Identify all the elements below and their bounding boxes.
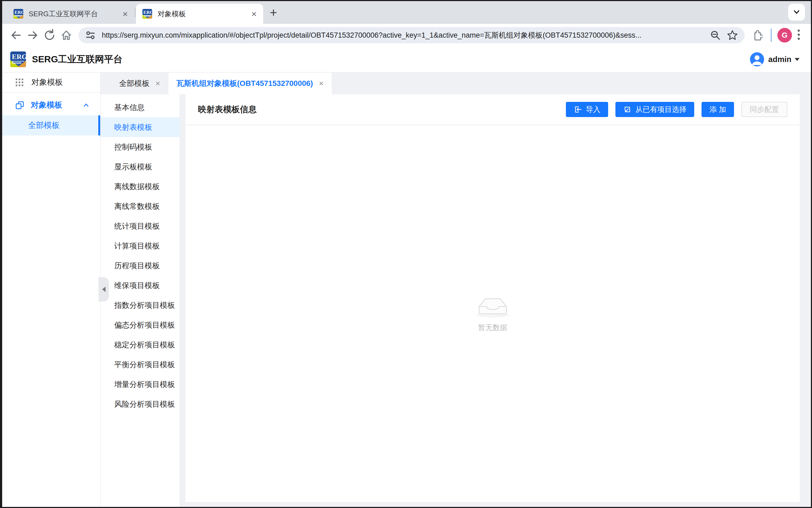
browser-tab-2-active[interactable]: ERG Sample 对象模板 ×: [136, 4, 263, 24]
close-tab-icon[interactable]: ×: [123, 9, 128, 18]
sidebar-group-label: 对象模板: [31, 100, 76, 111]
sidebar-divider: [2, 92, 100, 93]
app-title: SERG工业互联网平台: [32, 53, 123, 66]
user-icon: [750, 52, 764, 67]
menu-item-statistics-item-template[interactable]: 统计项目模板: [101, 216, 180, 236]
select-from-project-button[interactable]: 从已有项目选择: [615, 102, 694, 117]
menu-item-balance-analysis-item-template[interactable]: 平衡分析项目模板: [101, 355, 180, 374]
grid-apps-icon: [15, 78, 24, 87]
forward-button[interactable]: [25, 27, 41, 44]
site-settings-icon[interactable]: [85, 30, 96, 41]
browser-tab-title: SERG工业互联网平台: [29, 9, 117, 19]
menu-item-control-code-template[interactable]: 控制码模板: [101, 137, 180, 157]
favicon-erg: ERG Sample: [13, 9, 23, 19]
menu-item-skewness-analysis-item-template[interactable]: 偏态分析项目模板: [101, 315, 180, 335]
menu-item-mapping-table-template[interactable]: 映射表模板: [101, 117, 180, 137]
collapse-left-arrow-icon: [102, 287, 106, 292]
favicon-erg: ERG Sample: [142, 9, 152, 19]
empty-state-text: 暂无数据: [478, 323, 508, 332]
sync-config-label: 同步配置: [750, 104, 779, 114]
add-button[interactable]: 添 加: [702, 102, 734, 117]
close-tab-icon[interactable]: ×: [251, 9, 257, 18]
close-tab-icon[interactable]: ×: [319, 79, 324, 87]
import-button[interactable]: 导入: [566, 102, 608, 117]
empty-box-icon: [474, 295, 511, 319]
workspace-tab-all-templates[interactable]: 全部模板 ×: [111, 73, 169, 94]
forward-arrow-icon: [27, 29, 39, 41]
sidebar-app-switcher[interactable]: 对象模板: [2, 73, 100, 92]
app-logo: ERG Sample: [10, 51, 26, 67]
browser-profile-avatar[interactable]: G: [777, 28, 792, 43]
workspace-tab-label: 瓦斯机组对象模板(OBT4571532700006): [177, 78, 313, 89]
sidebar-collapse-handle[interactable]: [99, 277, 109, 302]
mapping-template-card: 映射表模板信息 导入: [186, 94, 800, 502]
reload-icon: [43, 29, 56, 41]
card-header: 映射表模板信息 导入: [186, 94, 800, 125]
menu-item-offline-data-template[interactable]: 离线数据模板: [101, 177, 180, 197]
extensions-button[interactable]: [748, 27, 765, 44]
chevron-up-icon: [82, 101, 90, 109]
content-area: 全部模板 × 瓦斯机组对象模板(OBT4571532700006) × 基本信息…: [101, 73, 811, 507]
zoom-out-icon[interactable]: [710, 30, 721, 41]
puzzle-icon: [751, 30, 762, 41]
menu-item-risk-analysis-item-template[interactable]: 风险分析项目模板: [101, 394, 180, 414]
new-tab-button[interactable]: +: [265, 4, 282, 20]
tab-separator: [135, 8, 135, 17]
add-button-label: 添 加: [709, 104, 726, 114]
browser-tab-strip: ERG Sample SERG工业互联网平台 × ERG Sample 对象模板…: [2, 1, 811, 24]
detail-menu-panel: 基本信息 映射表模板 控制码模板 显示板模板 离线数据模板 离线常数模板 统计项…: [101, 94, 180, 507]
sidebar-item-all-templates[interactable]: 全部模板: [2, 116, 100, 135]
main-layout: 对象模板 对象模板 全部模板 全部模板 ×: [2, 73, 811, 507]
select-icon: [623, 105, 631, 114]
user-menu-caret-icon[interactable]: [795, 58, 800, 61]
menu-item-offline-constant-template[interactable]: 离线常数模板: [101, 197, 180, 216]
sidebar-app-label: 对象模板: [32, 77, 63, 88]
reload-button[interactable]: [41, 27, 58, 44]
menu-item-increment-analysis-item-template[interactable]: 增量分析项目模板: [101, 374, 180, 394]
browser-toolbar: https://serg.mixyun.com/mixapplication/#…: [2, 24, 811, 47]
card-actions: 导入 从已有项目选择 添 加: [566, 102, 787, 117]
username[interactable]: admin: [768, 55, 792, 64]
home-button[interactable]: [58, 27, 75, 44]
sidebar: 对象模板 对象模板 全部模板: [2, 73, 101, 507]
back-button[interactable]: [8, 27, 25, 44]
browser-tab-1[interactable]: ERG Sample SERG工业互联网平台 ×: [7, 4, 134, 24]
workspace-body: 基本信息 映射表模板 控制码模板 显示板模板 离线数据模板 离线常数模板 统计项…: [101, 94, 811, 507]
menu-item-calculation-item-template[interactable]: 计算项目模板: [101, 236, 180, 256]
workspace-tab-gas-unit-template[interactable]: 瓦斯机组对象模板(OBT4571532700006) ×: [169, 73, 332, 94]
back-arrow-icon: [10, 29, 22, 41]
browser-window: ERG Sample SERG工业互联网平台 × ERG Sample 对象模板…: [0, 0, 812, 508]
close-tab-icon[interactable]: ×: [155, 79, 160, 87]
bookmark-star-icon[interactable]: [727, 30, 738, 41]
browser-menu-button[interactable]: [797, 29, 801, 42]
select-from-project-label: 从已有项目选择: [635, 104, 686, 114]
chevron-down-icon: [792, 7, 802, 17]
import-button-label: 导入: [586, 104, 600, 114]
browser-tab-title: 对象模板: [157, 9, 246, 19]
menu-item-index-analysis-item-template[interactable]: 指数分析项目模板: [101, 295, 180, 315]
home-icon: [60, 29, 73, 41]
app-header: ERG Sample SERG工业互联网平台 admin: [2, 47, 811, 73]
workspace-tab-label: 全部模板: [119, 78, 149, 89]
menu-item-history-item-template[interactable]: 历程项目模板: [101, 256, 180, 276]
tab-search-button[interactable]: [788, 4, 805, 20]
menu-item-display-board-template[interactable]: 显示板模板: [101, 157, 180, 177]
workspace-tab-bar: 全部模板 × 瓦斯机组对象模板(OBT4571532700006) ×: [101, 73, 811, 94]
template-blocks-icon: [15, 100, 25, 110]
import-icon: [574, 105, 582, 114]
user-avatar[interactable]: [750, 52, 764, 67]
card-title: 映射表模板信息: [198, 104, 257, 115]
url-bar[interactable]: https://serg.mixyun.com/mixapplication/#…: [79, 27, 745, 43]
toolbar-divider: [771, 29, 772, 42]
url-text[interactable]: https://serg.mixyun.com/mixapplication/#…: [102, 30, 704, 40]
menu-item-stability-analysis-item-template[interactable]: 稳定分析项目模板: [101, 335, 180, 355]
menu-item-maintenance-item-template[interactable]: 维保项目模板: [101, 276, 180, 295]
menu-item-basic-info[interactable]: 基本信息: [101, 97, 180, 117]
card-body: 暂无数据: [186, 125, 800, 502]
sync-config-button[interactable]: 同步配置: [741, 102, 787, 117]
sidebar-group-object-template[interactable]: 对象模板: [2, 95, 100, 116]
kebab-menu-icon: [797, 29, 801, 41]
